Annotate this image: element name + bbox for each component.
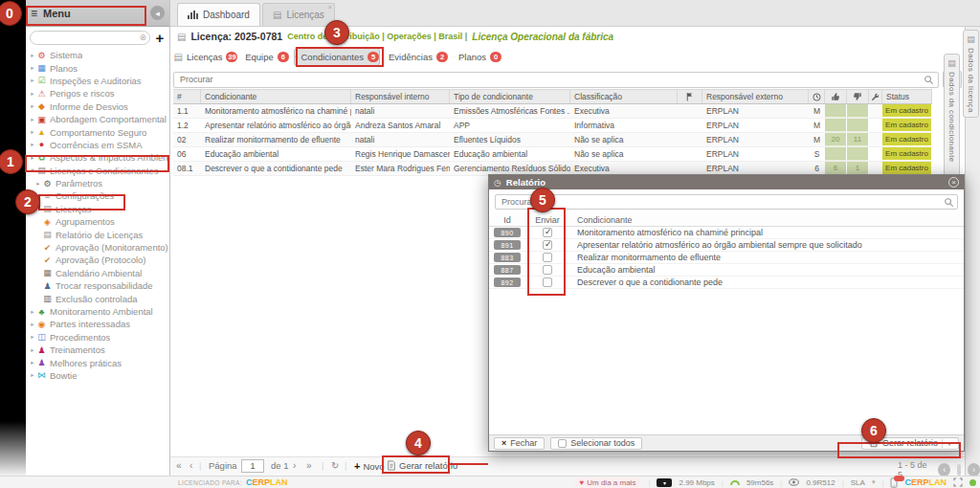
count-badge: 39 [226,52,237,62]
sidebar-search-input[interactable] [30,31,150,45]
table-header-row: # Condicionante Responsável interno Tipo… [173,89,932,104]
first-page-button[interactable]: « [176,460,182,471]
close-tab-icon[interactable]: × [328,4,332,11]
section-tab-label: Evidências [389,52,433,62]
cell-flag [678,147,702,161]
cell-thumb-down-count [847,119,869,132]
menu-item-label: Trocar responsabilidade [56,280,153,291]
select-all-checkbox[interactable] [558,439,567,448]
menu-item-icon: ♣ [36,307,47,317]
add-menu-button[interactable]: + [153,32,167,45]
menu-item-label: Exclusão controlada [56,294,138,304]
column-header-clock[interactable] [809,90,825,103]
annotation-box-2 [38,194,125,211]
last-page-button[interactable]: » [306,460,312,471]
previous-page-button[interactable]: ‹ [189,460,192,471]
close-modal-button[interactable]: × Fechar [494,437,545,450]
refresh-button[interactable]: ↻ [331,460,339,471]
count-badge: 2 [436,52,448,62]
divider: | [322,460,323,471]
menu-item-icon: ✔ [42,255,53,265]
brand-erp: ERP [252,477,270,487]
cell-thumb-down-count [847,147,869,161]
thumb-down-icon [853,92,862,101]
expand-arrow-icon: ▸ [29,90,36,98]
uptime-chip: ♥ Um dia a mais [574,477,642,488]
table-row[interactable]: 06 Educação ambiental Regis Henrique Dam… [173,147,932,162]
menu-item-label: Planos [50,63,78,74]
cell-clock: M [809,119,825,132]
fullscreen-icon[interactable] [953,477,963,487]
sidebar-search-row: ⊗ + [26,27,169,46]
mini-scrollbar[interactable] [957,464,961,476]
cell-actions [869,104,882,118]
status-badge: Em cadastro [882,104,932,118]
cell-thumb-up-count [825,119,847,132]
column-header-actions[interactable] [869,90,882,103]
tab-licencas[interactable]: ▤ Licenças × [262,3,335,26]
condicionantes-table: # Condicionante Responsável interno Tipo… [173,89,932,176]
column-header-flag[interactable] [678,90,702,103]
modal-empty-area [489,289,964,434]
table-row[interactable]: 1.2 Apresentar relatório atmosférico ao … [173,119,932,133]
scroll-left-button[interactable]: ‹ [938,463,950,477]
eye-icon [789,478,799,486]
section-tab-licencas[interactable]: ▤ Licenças 39 [175,48,236,66]
annotation-box-6 [837,442,961,458]
sidebar-collapse-button[interactable]: ◂ [150,6,165,20]
next-page-button[interactable]: › [293,460,296,471]
tab-dashboard[interactable]: Dashboard [177,3,260,26]
cell-classificacao: Não se aplica [570,133,678,146]
scroll-right-button[interactable]: › [968,463,980,477]
license-number: Licença: 2025-0781 [190,31,282,42]
table-row[interactable]: 1.1 Monitoramento atmosférico na chaminé… [173,104,932,119]
new-button[interactable]: + Novo [354,460,385,472]
drawer-tab-label: Dados da licença [967,48,975,113]
column-header-tipo[interactable]: Tipo de condicionante [450,90,570,103]
sla-caret-icon[interactable]: ▾ [872,478,876,486]
drawer-tab-dados-da-licenca[interactable]: ▤ Dados da licença [963,30,979,118]
table-body: 1.1 Monitoramento atmosférico na chaminé… [173,104,932,176]
menu-item-icon: ▦ [36,63,47,73]
column-header-thumb-down[interactable] [847,90,869,103]
table-search-input[interactable] [173,72,939,88]
menu-item-label: Abordagem Comportamental [50,114,167,124]
column-header-classificacao[interactable]: Classificação [570,90,678,103]
column-header-responsavel-interno[interactable]: Responsável interno [351,90,450,103]
section-tab-bar: ▤ Licenças 39 Equipe 6 Condicionantes 5 … [170,46,965,68]
clear-search-icon[interactable]: ⊗ [139,33,146,42]
cell-clock: M [809,133,825,146]
page-input[interactable] [241,459,264,473]
menu-item-icon: ♟ [36,358,47,367]
section-tab-evidencias[interactable]: Evidências 2 [386,48,447,66]
annotation-box-1 [25,155,169,172]
column-header-status[interactable]: Status [882,90,932,103]
expand-arrow-icon: ▸ [29,346,36,354]
sla-menu[interactable]: SLA [851,478,865,487]
column-header-responsavel-externo[interactable]: Responsável externo [702,90,809,103]
annotation-box-3 [296,47,384,67]
menu-item-label: Parâmetros [56,178,102,189]
license-title: Licença Operacional da fábrica [472,32,613,42]
column-header-condicionante[interactable]: Condicionante [201,90,351,103]
heart-icon: ♥ [580,478,585,487]
license-card-icon: ▤ [177,32,186,42]
column-header-thumb-up[interactable] [825,90,847,103]
menu-item-label: Aprovação (Monitoramento) [56,242,168,253]
annotation-circle-2: 2 [15,189,40,214]
expand-arrow-icon: ▸ [29,64,36,72]
wrench-icon [871,93,880,101]
menu-item-icon: ▦ [42,268,53,277]
select-all-button[interactable]: Selecionar todos [550,437,642,450]
mobile-app-button[interactable] [890,477,898,488]
status-badge: Em cadastro [882,147,932,161]
section-tab-equipe[interactable]: Equipe 6 [242,48,288,66]
modal-close-button[interactable]: × [948,177,959,188]
column-header-condicionante: Condicionante [569,215,964,225]
menu-item-label: Comportamento Seguro [50,127,146,138]
menu-item-icon: ▣ [36,115,47,124]
column-header-num[interactable]: # [173,90,201,103]
cell-responsavel-interno: natali [351,104,450,118]
section-tab-planos[interactable]: Planos 0 [453,48,502,66]
table-row[interactable]: 02 Realizar monitormamento de efluente n… [173,133,932,147]
